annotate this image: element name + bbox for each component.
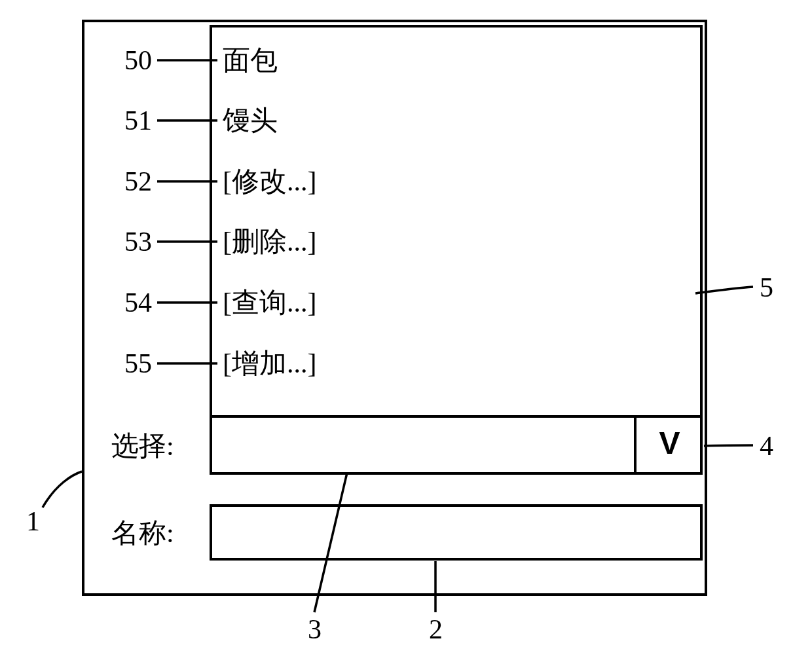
name-label: 名称: — [111, 519, 174, 547]
callout-53: 53 — [124, 228, 152, 255]
list-item-add[interactable]: [增加...] — [223, 350, 316, 377]
list-item-modify[interactable]: [修改...] — [223, 168, 316, 195]
callout-2: 2 — [429, 616, 443, 643]
chevron-down-icon: V — [659, 426, 680, 460]
list-item-bread[interactable]: 面包 — [223, 46, 278, 74]
list-item-delete[interactable]: [删除...] — [223, 228, 316, 255]
callout-55: 55 — [124, 350, 152, 377]
callout-50: 50 — [124, 46, 152, 74]
select-field[interactable] — [210, 415, 703, 475]
list-item-query[interactable]: [查询...] — [223, 289, 316, 316]
list-item-mantou[interactable]: 馒头 — [223, 107, 278, 134]
select-label: 选择: — [111, 432, 174, 460]
name-field[interactable] — [210, 504, 703, 561]
callout-4: 4 — [760, 432, 773, 460]
callout-52: 52 — [124, 168, 152, 195]
callout-5: 5 — [760, 274, 773, 301]
callout-51: 51 — [124, 107, 152, 134]
callout-1: 1 — [26, 507, 40, 535]
callout-3: 3 — [308, 616, 322, 643]
callout-54: 54 — [124, 289, 152, 316]
dropdown-button[interactable]: V — [634, 415, 703, 475]
